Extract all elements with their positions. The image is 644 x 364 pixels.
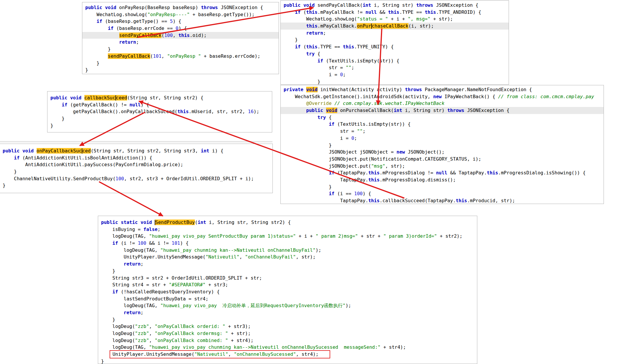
code-token bbox=[85, 53, 108, 59]
code-line: } bbox=[284, 142, 604, 149]
code-token: initWechat(Activity activity) bbox=[318, 87, 405, 92]
code-box-sendPayCallBack[interactable]: public void sendPayCallBack(int i, Strin… bbox=[280, 0, 509, 85]
code-box-initWechat[interactable]: private void initWechat(Activity activit… bbox=[280, 85, 604, 204]
code-token bbox=[101, 289, 113, 295]
code-line: } bbox=[101, 358, 477, 364]
code-token: str = bbox=[284, 65, 346, 70]
code-token: // from class: com.cmcm.cmplay.pay bbox=[498, 94, 594, 99]
code-token: 5 bbox=[170, 18, 173, 24]
code-line: } bbox=[284, 78, 509, 85]
code-line: sendPayCallBack(101, "onPayResp " + base… bbox=[85, 53, 279, 60]
code-token: JSONException { bbox=[218, 5, 263, 10]
code-token: "onChannelBuyFail" bbox=[245, 254, 296, 260]
code-token: .mPayCallBack != bbox=[318, 9, 366, 15]
code-token: 0 bbox=[351, 135, 354, 141]
code-token: @Override bbox=[306, 101, 332, 106]
code-line: return; bbox=[284, 30, 509, 37]
code-line: i = 0; bbox=[284, 135, 604, 142]
code-token: JSONException { bbox=[433, 2, 478, 8]
code-box-onPayCallbackSucced[interactable]: public void onPayCallbackSucced(String s… bbox=[0, 144, 273, 193]
code-token: .oid); bbox=[190, 33, 207, 38]
code-token: } bbox=[50, 123, 53, 128]
code-line: sendPayCallBack(100, this.oid); bbox=[82, 32, 279, 39]
code-line: logDeug(TAG, "huawei_pay vivo_pay 冷启动补单，… bbox=[101, 302, 477, 309]
code-line: if (i == 100) { bbox=[284, 190, 604, 197]
code-token: } bbox=[85, 60, 99, 66]
code-line: private void initWechat(Activity activit… bbox=[284, 86, 604, 93]
code-token: UnityPlayer.UnitySendMessage( bbox=[101, 254, 205, 260]
code-token: ; bbox=[158, 227, 161, 232]
code-token: + i + bbox=[296, 233, 316, 239]
code-token: , bbox=[149, 324, 155, 329]
code-token: throws bbox=[416, 2, 433, 8]
code-token bbox=[85, 33, 119, 38]
code-token: 101 bbox=[172, 240, 180, 246]
code-box-callbackSucceed[interactable]: public void callbackSucceed(String str, … bbox=[47, 91, 272, 132]
code-line: logDeug(TAG, "huawei_pay vivo_pay chunmi… bbox=[101, 344, 477, 351]
code-token: try bbox=[306, 51, 315, 57]
code-token bbox=[284, 121, 329, 127]
code-token: ; bbox=[363, 128, 366, 134]
code-token: this bbox=[306, 23, 318, 29]
code-token: str = bbox=[284, 128, 357, 134]
code-token: "onPayResp----" bbox=[147, 12, 190, 17]
code-token bbox=[284, 58, 318, 64]
code-token: "onPayCallBack ordermsg: " bbox=[155, 331, 228, 336]
code-token: } bbox=[284, 79, 320, 84]
code-token: this bbox=[456, 198, 467, 203]
code-token: return bbox=[124, 261, 141, 267]
code-token: private bbox=[284, 87, 306, 92]
highlighted-token: onPayCallbackSuc bbox=[37, 148, 82, 154]
code-line: if (!hasCalledRequestQueryInventory) { bbox=[101, 288, 477, 295]
code-token: JSONObject jSONObject = bbox=[284, 149, 396, 155]
code-line: public static void SendProductBuy(int i,… bbox=[101, 219, 477, 226]
code-token: "" bbox=[357, 128, 362, 134]
code-line: if (baseResp.errCode == 0) { bbox=[85, 25, 279, 32]
code-line: TaptapPay.this.callbackSucceed(TaptapPay… bbox=[284, 197, 604, 204]
code-token: logDeug(TAG, bbox=[101, 344, 149, 350]
code-line: str = ""; bbox=[284, 64, 509, 71]
code-token: " param 3)orderId=" bbox=[383, 233, 437, 239]
code-line: } bbox=[3, 182, 272, 189]
code-line: JSONObject jSONObject = new JSONObject()… bbox=[284, 149, 604, 156]
code-token: 100 bbox=[138, 240, 146, 246]
code-token: ; bbox=[323, 30, 326, 36]
code-token: this bbox=[487, 170, 498, 176]
code-line: WechatLog.showLog("status = " + i + ", m… bbox=[284, 16, 509, 23]
code-line: if (this.TYPE == this.TYPE_UNITY) { bbox=[284, 43, 509, 50]
code-line: try { bbox=[284, 50, 509, 57]
code-token: (TextUtils.isEmpty(str)) { bbox=[323, 58, 399, 64]
code-token: i) { bbox=[209, 148, 223, 154]
code-token: if bbox=[108, 25, 113, 31]
code-token: "" bbox=[346, 65, 351, 70]
code-token: ) { bbox=[178, 25, 187, 31]
code-box-onPayResp[interactable]: public void onPayResp(BaseResp baseResp)… bbox=[82, 2, 279, 74]
code-token: + str + bbox=[358, 233, 384, 239]
code-token: null bbox=[436, 170, 447, 176]
code-line: public void callbackSucceed(String str, … bbox=[50, 94, 272, 101]
code-token: (TaptapPay. bbox=[334, 170, 368, 176]
code-token: if bbox=[113, 289, 118, 295]
code-box-SendProductBuy[interactable]: public static void SendProductBuy(int i,… bbox=[98, 216, 477, 364]
code-token: String str4 = str + bbox=[101, 282, 169, 288]
code-token: , bbox=[149, 331, 155, 336]
code-token: TaptapPay. bbox=[284, 177, 368, 183]
code-token: this bbox=[306, 9, 318, 15]
code-token: logDeug( bbox=[101, 338, 135, 343]
code-token: if bbox=[318, 58, 323, 64]
code-line: str = ""; bbox=[284, 128, 604, 135]
code-token bbox=[101, 310, 124, 315]
code-token bbox=[284, 44, 295, 50]
code-token bbox=[284, 191, 329, 196]
code-token bbox=[284, 9, 295, 15]
code-line: UnityPlayer.UnitySendMessage("Nativeutil… bbox=[101, 254, 477, 261]
code-line: TaptapPay.this.mProgressDialog.dismiss()… bbox=[284, 176, 604, 183]
code-token: .mProgressDialog.isShowing()) { bbox=[498, 170, 586, 176]
code-token bbox=[284, 108, 306, 113]
code-token: "huawei_pay chunming kan-->Nativeutil on… bbox=[160, 247, 316, 253]
red-annotation-frame: UnityPlayer.UnitySendMessage("Nativeutil… bbox=[110, 350, 330, 358]
code-token: ) { bbox=[141, 102, 149, 108]
code-token: "onPayResp " bbox=[167, 53, 201, 59]
code-line: public void sendPayCallBack(int i, Strin… bbox=[284, 2, 509, 9]
code-token: .TYPE_ANDROID) { bbox=[436, 9, 481, 15]
